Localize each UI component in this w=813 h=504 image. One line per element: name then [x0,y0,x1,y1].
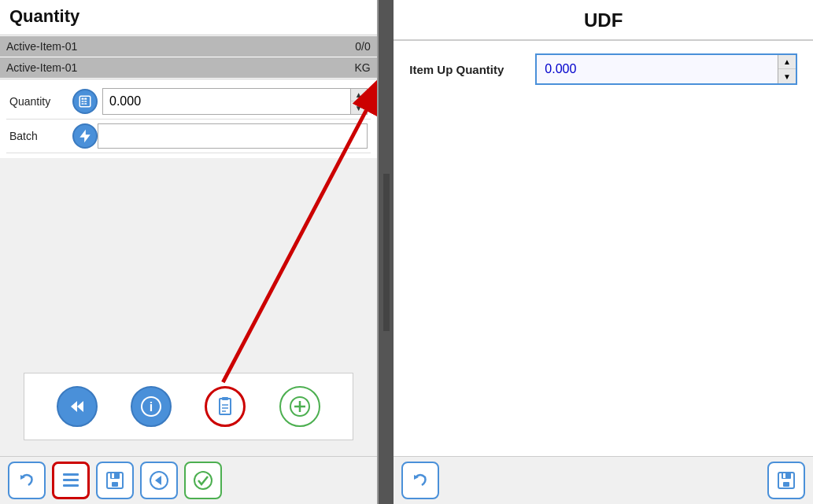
right-save-button[interactable] [767,462,805,499]
quantity-row: Quantity [6,84,371,120]
quantity-input-wrapper: ▲ ▼ [102,88,368,115]
svg-rect-4 [84,101,87,102]
panel-divider [379,0,394,504]
quantity-spinners: ▲ ▼ [350,89,367,114]
undo-button[interactable] [8,462,46,499]
form-area: Quantity [0,79,377,158]
calculator-button[interactable] [72,89,98,114]
svg-rect-37 [783,473,785,478]
svg-rect-2 [84,98,87,100]
item-rows: Active-Item-01 0/0 Active-Item-01 KG [0,35,377,79]
item-up-quantity-label: Item Up Quantity [409,63,535,76]
right-bottom-toolbar [394,456,813,504]
left-panel: Quantity Active-Item-01 0/0 Active-Item-… [0,0,379,504]
svg-rect-5 [82,103,84,105]
divider-bar [383,174,390,331]
item-up-quantity-spinners: ▲ ▼ [778,55,796,83]
svg-rect-27 [112,473,114,478]
action-box: i [24,373,353,440]
svg-rect-13 [222,397,228,400]
right-form-area: Item Up Quantity ▲ ▼ [394,41,813,456]
rewind-button[interactable] [57,386,98,427]
svg-rect-26 [112,482,118,487]
page-title: Quantity [9,6,368,27]
quantity-label: Quantity [9,95,72,108]
svg-marker-7 [79,130,90,143]
svg-marker-9 [77,401,83,412]
svg-rect-1 [82,98,84,100]
spacer [0,158,377,357]
item-up-quantity-row: Item Up Quantity ▲ ▼ [409,53,797,85]
svg-marker-29 [155,476,161,485]
batch-input-wrapper [98,123,368,149]
info-button[interactable]: i [131,386,172,427]
save-button[interactable] [96,462,134,499]
udf-title: UDF [394,0,813,41]
left-panel-header: Quantity [0,0,377,35]
quantity-input[interactable] [103,89,350,114]
svg-rect-23 [63,484,79,487]
batch-icon-button[interactable] [72,123,98,149]
quantity-spin-up[interactable]: ▲ [351,89,367,101]
svg-rect-3 [82,101,84,102]
svg-rect-22 [63,479,79,481]
quantity-spin-down[interactable]: ▼ [351,101,367,114]
svg-text:i: i [150,400,153,414]
right-panel: UDF Item Up Quantity ▲ ▼ [394,0,813,504]
batch-input[interactable] [98,124,367,148]
svg-rect-35 [782,473,791,479]
batch-row: Batch [6,120,371,153]
item-name-1: Active-Item-01 [6,40,77,53]
svg-rect-12 [220,399,231,414]
right-undo-button[interactable] [401,462,439,499]
item-row-2: Active-Item-01 KG [0,57,377,78]
batch-label: Batch [9,130,72,142]
item-up-quantity-input[interactable] [537,55,778,83]
svg-rect-6 [84,103,87,105]
item-up-quantity-input-wrapper: ▲ ▼ [535,53,797,85]
bottom-toolbar [0,456,377,504]
add-button[interactable] [279,386,320,427]
item-up-quantity-spin-up[interactable]: ▲ [778,55,796,69]
item-value-1: 0/0 [355,40,370,53]
list-button[interactable] [52,462,90,499]
svg-marker-8 [71,401,77,412]
item-value-2: KG [354,61,370,74]
batch-input-group [72,123,368,149]
svg-rect-36 [783,482,789,487]
svg-rect-21 [63,473,79,476]
svg-rect-25 [110,473,120,479]
item-row-1: Active-Item-01 0/0 [0,36,377,57]
clipboard-button[interactable] [205,386,246,427]
item-up-quantity-spin-down[interactable]: ▼ [778,69,796,83]
item-name-2: Active-Item-01 [6,61,77,74]
quantity-input-group: ▲ ▼ [72,88,368,115]
accept-button[interactable] [184,462,222,499]
back-button[interactable] [140,462,178,499]
svg-point-30 [194,472,212,489]
